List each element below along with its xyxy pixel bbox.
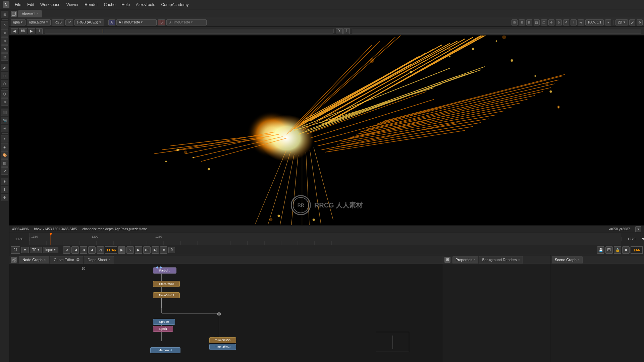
viewer-icon-btn-2[interactable]: ⊞ bbox=[519, 19, 525, 25]
viewer-icon-btn-7[interactable]: ⊙ bbox=[556, 19, 562, 25]
tab-curve-editor[interactable]: Curve Editor ⊙ bbox=[50, 256, 83, 263]
alpha-dropdown[interactable]: rgba.alpha ▼ bbox=[27, 19, 51, 25]
viewer-icon-btn-10[interactable]: ⏯ bbox=[578, 19, 584, 25]
view-2d-btn[interactable]: 2D ▼ bbox=[615, 19, 628, 25]
channel-dropdown[interactable]: rgba ▼ bbox=[11, 19, 25, 25]
toolbar-zoom[interactable]: ⊕ bbox=[1, 37, 8, 45]
node-merge-a[interactable]: MergeA A bbox=[150, 347, 180, 353]
prev-step-btn[interactable]: ◁ bbox=[97, 246, 104, 254]
toolbar-move[interactable]: ✥ bbox=[1, 29, 8, 37]
node-particle[interactable]: Particl... bbox=[153, 267, 176, 274]
fps-dropdown[interactable]: ▼ bbox=[21, 247, 29, 253]
toolbar-3d[interactable]: ⬛ bbox=[1, 109, 8, 116]
toolbar-merge[interactable]: ⊕ bbox=[1, 98, 8, 106]
skip-to-end-btn[interactable]: ▶| bbox=[152, 246, 159, 254]
frame-display[interactable]: 11:46 bbox=[105, 246, 117, 254]
toolbar-camera[interactable]: 📷 bbox=[1, 117, 8, 124]
save-frame-btn[interactable]: 💾 bbox=[597, 246, 604, 254]
toolbar-arrow[interactable]: ↖ bbox=[1, 21, 8, 28]
color-model-btn[interactable]: RGB bbox=[52, 19, 64, 25]
tab-scene-graph[interactable]: Scene Graph × bbox=[552, 256, 583, 263]
node-timeoffs48[interactable]: TimeOffs48 bbox=[153, 281, 180, 287]
curve-editor-options[interactable]: ⊙ bbox=[76, 258, 79, 261]
toolbar-node[interactable]: ⬡ bbox=[1, 90, 8, 98]
bg-renders-tab-close[interactable]: × bbox=[518, 258, 520, 261]
zoom-options-btn[interactable]: ▼ bbox=[605, 19, 611, 25]
frame-step-btn[interactable]: ▶ bbox=[28, 28, 35, 34]
rec-btn[interactable]: ⏺ bbox=[622, 246, 630, 254]
toolbar-filter[interactable]: ▦ bbox=[1, 159, 8, 167]
save-sequence-btn[interactable]: 🎞 bbox=[605, 246, 613, 254]
fps-display[interactable]: 24 bbox=[11, 246, 20, 254]
node-timeoffs50-bot[interactable]: TimeOffs50 bbox=[209, 344, 236, 350]
toolbar-extra[interactable]: ✱ bbox=[1, 178, 8, 185]
viewer-viewport[interactable]: RR RRCG 人人素材 bbox=[9, 36, 644, 225]
skip-to-start-btn[interactable]: |◀ bbox=[71, 246, 79, 254]
menu-workspace[interactable]: Workspace bbox=[38, 2, 63, 8]
timeline-ruler[interactable]: 1150 1200 1250 bbox=[30, 233, 621, 245]
input-b-dropdown[interactable]: B TimeOffset4 ▼ bbox=[166, 19, 207, 25]
menu-cache[interactable]: Cache bbox=[101, 2, 118, 8]
y-slider[interactable] bbox=[352, 29, 641, 34]
viewer-icon-btn-1[interactable]: ⊡ bbox=[512, 19, 518, 25]
menu-viewer[interactable]: Viewer bbox=[64, 2, 81, 8]
properties-tab-close[interactable]: × bbox=[474, 258, 475, 261]
menu-alexstools[interactable]: AlexsTools bbox=[133, 2, 158, 8]
ip-btn[interactable]: IP bbox=[65, 19, 73, 25]
frame-slider[interactable] bbox=[45, 29, 334, 34]
colorspace-dropdown[interactable]: sRGB (ACES) ▼ bbox=[74, 19, 104, 25]
toolbar-viewer-btn[interactable]: ⊞ bbox=[1, 11, 8, 18]
toolbar-roto[interactable]: ⬡ bbox=[1, 80, 8, 87]
viewer-icon-btn-8[interactable]: ↺ bbox=[563, 19, 569, 25]
tab-properties[interactable]: Properties × bbox=[452, 256, 478, 263]
toolbar-info[interactable]: ℹ bbox=[1, 186, 8, 193]
viewer-icon-btn-3[interactable]: ⊟ bbox=[526, 19, 532, 25]
tab-background-renders[interactable]: Background Renders × bbox=[479, 256, 523, 263]
toolbar-rotate[interactable]: ↻ bbox=[1, 45, 8, 53]
viewer-tab-close[interactable]: × bbox=[37, 12, 38, 15]
viewer-icon-btn-4[interactable]: ▤ bbox=[534, 19, 540, 25]
toolbar-light[interactable]: ✳ bbox=[1, 125, 8, 132]
toolbar-color[interactable]: 🎨 bbox=[1, 151, 8, 159]
dope-sheet-tab-close[interactable]: × bbox=[108, 258, 110, 261]
global-in-display[interactable]: 0 bbox=[168, 247, 175, 253]
node-graph-tab-close[interactable]: × bbox=[44, 258, 46, 261]
loop-btn[interactable]: ↻ bbox=[160, 246, 167, 254]
toolbar-deep[interactable]: ◈ bbox=[1, 143, 8, 150]
menu-file[interactable]: File bbox=[12, 2, 24, 8]
menu-help[interactable]: Help bbox=[119, 2, 132, 8]
toolbar-settings[interactable]: ⚙ bbox=[1, 194, 8, 201]
viewer-icon-btn-6[interactable]: ⊜ bbox=[548, 19, 554, 25]
node-spr360[interactable]: Spr360 bbox=[153, 319, 175, 325]
viewer-tab-viewer1[interactable]: Viewer1 × bbox=[18, 10, 42, 17]
step-fwd-btn[interactable]: ▶ bbox=[135, 246, 142, 254]
node-timeoffs49[interactable]: TimeOffs49 bbox=[153, 292, 180, 298]
prev-frame-btn[interactable]: ⏮ bbox=[80, 246, 87, 254]
paint-brush-icon[interactable]: 🖌 bbox=[629, 19, 635, 25]
next-step-btn[interactable]: ▷ bbox=[126, 246, 134, 254]
toolbar-paint[interactable]: 🖌 bbox=[1, 64, 8, 71]
menu-edit[interactable]: Edit bbox=[24, 2, 37, 8]
toolbar-mask[interactable]: ◻ bbox=[1, 72, 8, 79]
timeline-scroll-btn[interactable]: ▼ bbox=[641, 237, 644, 241]
viewer-settings-icon[interactable]: ⚙ bbox=[637, 19, 643, 25]
y-frame-input[interactable]: 1 bbox=[343, 28, 350, 34]
toolbar-crop[interactable]: ⊡ bbox=[1, 53, 8, 61]
tab-node-graph[interactable]: Node Graph × bbox=[19, 256, 49, 263]
max-frame-display[interactable]: 144 bbox=[631, 246, 643, 254]
arrow-left-btn[interactable]: ◀ bbox=[11, 28, 18, 34]
toolbar-transform[interactable]: ⤢ bbox=[1, 167, 8, 175]
menu-render[interactable]: Render bbox=[82, 2, 100, 8]
tf-dropdown[interactable]: TF ▼ bbox=[30, 247, 42, 253]
start-frame-display[interactable]: f/8 bbox=[19, 28, 27, 34]
menu-compacademy[interactable]: CompAcademy bbox=[158, 2, 191, 8]
viewer-icon-btn-9[interactable]: ⏸ bbox=[571, 19, 577, 25]
play-btn[interactable]: ▶ bbox=[118, 246, 125, 254]
reset-btn[interactable]: ↺ bbox=[63, 246, 70, 254]
scene-graph-tab-close[interactable]: × bbox=[578, 258, 580, 261]
next-frame-btn[interactable]: ⏭ bbox=[143, 246, 151, 254]
status-dropdown-btn[interactable]: ▼ bbox=[635, 226, 641, 232]
input-dropdown[interactable]: Input ▼ bbox=[43, 247, 58, 253]
node-bgnd1[interactable]: Bgnd1 bbox=[153, 326, 173, 332]
toolbar-particle[interactable]: ✦ bbox=[1, 135, 8, 142]
